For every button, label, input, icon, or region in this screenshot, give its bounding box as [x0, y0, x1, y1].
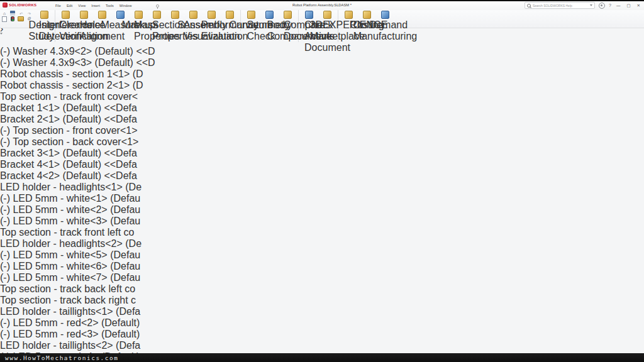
tree-item[interactable]: LED holder - taillights<2> (Defa — [0, 340, 644, 351]
watermark-url: www.HowToMechatronics.com — [5, 354, 119, 361]
tree-item-label: (-) Top section - back cover<1> — [0, 136, 138, 147]
tree-item[interactable]: LED holder - headlights<2> (De — [0, 238, 644, 250]
tree-item[interactable]: (-) Washer 4.3x9<3> (Default) <<D — [0, 57, 644, 69]
restore-button[interactable]: ▢ — [625, 3, 631, 8]
qa-glyph — [11, 16, 14, 21]
quick-access-icon[interactable] — [18, 11, 24, 16]
tree-item[interactable]: (-) Top section - front cover<1> — [0, 125, 644, 136]
tree-item[interactable]: (-) LED 5mm - white<5> (Defau — [0, 250, 644, 261]
tree-item[interactable]: (-) LED 5mm - white<3> (Defau — [0, 216, 644, 227]
command-manager-ribbon: Design Study Interference Detection Clea… — [0, 10, 644, 28]
tree-item[interactable]: Top section - track front left co — [0, 227, 644, 238]
search-placeholder: Search SOLIDWORKS Help — [533, 4, 572, 8]
tree-item-label: (-) LED 5mm - white<6> (Defau — [0, 261, 140, 272]
tree-item-label: (-) LED 5mm - white<2> (Defau — [0, 204, 140, 215]
tree-item[interactable]: Robot chassis - section 1<1> (D — [0, 69, 644, 80]
quick-access-icon[interactable] — [1, 16, 8, 21]
tree-item-label: Top section - track back left co — [0, 283, 135, 294]
tree-item[interactable]: (-) LED 5mm - red<2> (Default) — [0, 317, 644, 329]
tree-item-label: (-) LED 5mm - red<2> (Default) — [0, 317, 140, 328]
tree-item-label: Robot chassis - section 2<1> (D — [0, 80, 143, 90]
quick-access-icon[interactable] — [18, 16, 24, 21]
ribbon-button-icon — [116, 11, 125, 19]
tree-item-label: (-) LED 5mm - white<3> (Defau — [0, 216, 140, 226]
tree-item[interactable]: Robot chassis - section 2<1> (D — [0, 80, 644, 91]
ribbon-button-label: On Demand Manufacturing — [353, 19, 417, 42]
tree-item-label: Bracket 2<1> (Default) <<Defa — [0, 114, 137, 124]
solidworks-window: SOLIDWORKS FileEditViewInsertToolsWindow… — [0, 0, 644, 362]
tree-item-label: Bracket 4<2> (Default) <<Defa — [0, 170, 137, 181]
quick-access-icon[interactable] — [9, 16, 16, 21]
ribbon-button-icon — [98, 11, 106, 19]
ribbon-buttons: Design Study Interference Detection Clea… — [35, 10, 394, 28]
feature-tree: (-) Washer 4.3x9<2> (Default) <<D (-) Wa… — [0, 46, 644, 362]
quick-access-icon[interactable] — [1, 11, 8, 16]
ribbon-button-icon — [208, 11, 216, 19]
qa-glyph — [18, 16, 24, 21]
tree-item-label: (-) LED 5mm - red<3> (Default) — [0, 329, 140, 339]
ribbon-button-icon — [363, 11, 371, 19]
quick-access-icon[interactable] — [26, 11, 32, 16]
qa-glyph — [3, 11, 6, 16]
chevron-down-icon — [590, 4, 592, 6]
video-letterbox-top — [0, 0, 644, 1]
ribbon-button-icon — [80, 11, 88, 19]
tree-item[interactable]: Bracket 3<1> (Default) <<Defa — [0, 148, 644, 159]
help-icon[interactable]: ? — [609, 3, 611, 8]
ribbon-button-icon — [153, 11, 161, 19]
qa-glyph — [2, 16, 7, 22]
chevron-down-icon — [0, 33, 3, 45]
ribbon-button-icon — [265, 11, 274, 19]
qa-glyph — [19, 11, 22, 16]
tree-item-label: LED holder - headlights<2> (De — [0, 238, 142, 249]
tree-item-label: (-) LED 5mm - white<7> (Defau — [0, 272, 140, 283]
tree-item[interactable]: (-) Top section - back cover<1> — [0, 136, 644, 148]
ribbon-button-icon — [135, 11, 143, 19]
feature-manager-panel: › (-) Washer 4.3x9<2> (Default) <<D (-) … — [0, 23, 644, 362]
tree-item[interactable]: LED holder - taillights<1> (Defa — [0, 306, 644, 317]
tree-item-label: Top section - track front cover< — [0, 91, 138, 102]
ribbon-button-icon — [189, 11, 197, 19]
quick-access-icon[interactable] — [9, 11, 16, 16]
ribbon-button-icon — [284, 11, 292, 19]
ribbon-button[interactable]: On Demand Manufacturing — [376, 10, 394, 42]
tree-item-label: LED holder - taillights<2> (Defa — [0, 340, 140, 351]
tree-item[interactable]: (-) LED 5mm - white<2> (Defau — [0, 204, 644, 216]
tree-item[interactable]: Bracket 4<1> (Default) <<Defa — [0, 159, 644, 170]
ribbon-button-icon — [381, 11, 389, 19]
tree-item[interactable]: Top section - track front cover< — [0, 91, 644, 102]
tree-item[interactable]: Bracket 1<1> (Default) <<Defa — [0, 102, 644, 114]
tree-item-label: Bracket 1<1> (Default) <<Defa — [0, 102, 137, 113]
tree-item[interactable]: Top section - track back right c — [0, 295, 644, 306]
titlebar-right-controls: Search SOLIDWORKS Help ? — ▢ ✕ — [525, 2, 641, 9]
tree-item[interactable]: Top section - track back left co — [0, 283, 644, 295]
tree-item-label: (-) LED 5mm - white<1> (Defau — [0, 193, 140, 204]
ribbon-button-icon — [345, 11, 353, 19]
tree-item[interactable]: (-) LED 5mm - red<3> (Default) — [0, 329, 644, 340]
tree-item-label: (-) Top section - front cover<1> — [0, 125, 137, 136]
tree-item-label: Top section - track back right c — [0, 295, 136, 305]
tree-item-label: (-) Washer 4.3x9<3> (Default) <<D — [0, 57, 155, 68]
ribbon-button-icon — [40, 11, 48, 19]
tree-item[interactable]: Bracket 4<2> (Default) <<Defa — [0, 170, 644, 182]
tree-item-label: Bracket 4<1> (Default) <<Defa — [0, 159, 137, 170]
tree-item[interactable]: (-) LED 5mm - white<7> (Defau — [0, 272, 644, 283]
minimize-button[interactable]: — — [615, 3, 622, 8]
ribbon-button-icon — [171, 11, 179, 19]
tree-item-label: Bracket 3<1> (Default) <<Defa — [0, 148, 137, 158]
tree-item[interactable]: (-) LED 5mm - white<6> (Defau — [0, 261, 644, 272]
qa-glyph — [27, 11, 30, 16]
tree-item-label: Robot chassis - section 1<1> (D — [0, 69, 143, 79]
help-search-box[interactable]: Search SOLIDWORKS Help — [525, 2, 595, 9]
user-profile-icon[interactable] — [599, 3, 605, 9]
ribbon-button-icon — [62, 11, 70, 19]
tree-item-label: (-) Washer 4.3x9<2> (Default) <<D — [0, 46, 155, 57]
title-bar: SOLIDWORKS FileEditViewInsertToolsWindow… — [0, 1, 644, 11]
tree-item-label: LED holder - headlights<1> (De — [0, 182, 142, 192]
tree-item[interactable]: Bracket 2<1> (Default) <<Defa — [0, 114, 644, 125]
ribbon-button-icon — [323, 11, 331, 19]
tree-item[interactable]: (-) LED 5mm - white<1> (Defau — [0, 193, 644, 204]
qa-glyph — [10, 11, 15, 16]
close-button[interactable]: ✕ — [636, 3, 641, 8]
tree-item[interactable]: LED holder - headlights<1> (De — [0, 182, 644, 193]
